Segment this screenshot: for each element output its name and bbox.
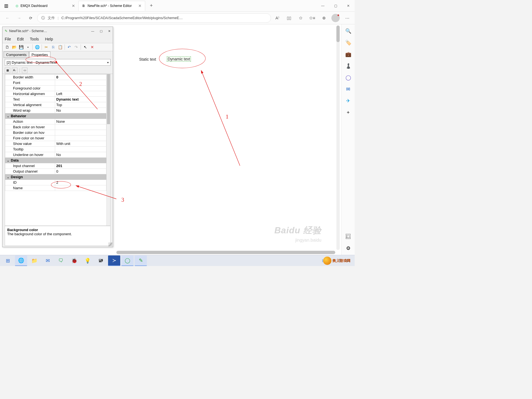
add-icon[interactable]: + (345, 109, 352, 116)
favorites-bar-icon[interactable]: ✩≡ (307, 13, 318, 23)
property-section[interactable]: ⌄Data (5, 158, 106, 163)
property-row[interactable]: Input channel201 (5, 163, 106, 169)
menu-help[interactable]: Help (45, 37, 53, 41)
property-value[interactable]: 0 (55, 75, 106, 80)
app-taskbar-icon[interactable]: 🐞 (68, 255, 80, 266)
games-icon[interactable]: ♟️ (345, 63, 352, 69)
property-value[interactable]: No (55, 152, 106, 158)
property-value[interactable]: Dynamic text (55, 97, 106, 102)
cut-icon[interactable]: ✂ (43, 44, 49, 50)
briefcase-icon[interactable]: 💼 (345, 51, 352, 58)
property-row[interactable]: Vertical alignmentTop (5, 102, 106, 108)
maximize-button[interactable]: ▢ (100, 29, 103, 33)
property-row[interactable]: Font (5, 80, 106, 86)
profile-button[interactable] (330, 13, 341, 23)
property-value[interactable]: Left (55, 91, 106, 97)
categorize-icon[interactable]: ▦ (5, 68, 10, 73)
scheme-editor-taskbar-icon[interactable]: ✎ (135, 255, 147, 266)
start-button[interactable]: ⊞ (2, 255, 14, 266)
vscode-taskbar-icon[interactable]: ◯ (121, 255, 134, 266)
property-value[interactable]: None (55, 119, 106, 124)
device-taskbar-icon[interactable]: 🖳 (95, 255, 107, 266)
menu-file[interactable]: File (5, 37, 11, 41)
powershell-taskbar-icon[interactable]: ≻ (108, 255, 120, 266)
property-value[interactable]: No (55, 108, 106, 113)
component-selector[interactable]: [2] Dynamic text - DynamicText ▾ (5, 59, 111, 66)
tab-components[interactable]: Components (4, 52, 29, 58)
property-row[interactable]: Border color on hov (5, 130, 106, 135)
property-row[interactable]: Horizontal alignmenLeft (5, 91, 106, 97)
property-row[interactable]: Underline on hoverNo (5, 152, 106, 158)
copy-icon[interactable]: ⎘ (50, 44, 56, 50)
property-row[interactable]: Border width0 (5, 75, 106, 80)
back-button[interactable]: ← (2, 13, 13, 23)
minimize-button[interactable]: — (316, 0, 329, 12)
maximize-button[interactable]: ▢ (329, 0, 342, 12)
property-row[interactable]: Fore color on hover (5, 135, 106, 141)
paste-icon[interactable]: 📋 (57, 44, 63, 50)
pointer-icon[interactable]: ↖ (82, 44, 88, 50)
minimize-button[interactable]: — (91, 29, 94, 33)
open-file-icon[interactable]: 📂 (11, 44, 17, 50)
property-value[interactable] (55, 124, 106, 130)
browser-tab-scheme[interactable]: 🗎 NewFile.sch* - Scheme Editor ✕ (79, 1, 145, 11)
property-pages-icon[interactable]: ▭ (22, 68, 27, 73)
read-aloud-icon[interactable]: A⁾ (272, 13, 283, 23)
new-tab-button[interactable]: + (147, 2, 155, 10)
delete-icon[interactable]: ✕ (89, 44, 95, 50)
settings-icon[interactable]: ⚙ (345, 245, 352, 252)
split-screen-icon[interactable]: ▯▯ (284, 13, 294, 23)
more-icon[interactable]: ⋯ (342, 13, 352, 23)
property-value[interactable]: 0 (55, 169, 106, 174)
m365-icon[interactable]: ◯ (345, 74, 352, 81)
menu-edit[interactable]: Edit (17, 37, 24, 41)
property-row[interactable]: Tooltip (5, 147, 106, 152)
property-value[interactable] (55, 147, 106, 152)
property-row[interactable]: Output channel0 (5, 169, 106, 174)
wechat-taskbar-icon[interactable]: 🗨 (55, 255, 67, 266)
menu-tools[interactable]: Tools (30, 37, 39, 41)
resize-grip-icon[interactable] (108, 242, 112, 246)
grid-scrollbar[interactable] (106, 74, 110, 226)
browser-tab-emqx[interactable]: ◎ EMQX Dashboard ✕ (12, 1, 79, 11)
tag-icon[interactable]: 🏷️ (345, 39, 352, 46)
save-dropdown-icon[interactable]: ▾ (25, 44, 31, 50)
new-file-icon[interactable]: 🗋 (4, 44, 10, 50)
outlook-icon[interactable]: ✉ (345, 86, 352, 93)
edge-taskbar-icon[interactable]: 🌐 (15, 255, 27, 266)
property-value[interactable]: With unit (55, 141, 106, 147)
alphabetical-icon[interactable]: A↓ (12, 68, 17, 73)
close-icon[interactable]: ✕ (138, 4, 142, 8)
search-icon[interactable]: 🔍 (345, 28, 352, 34)
horizontal-scrollbar[interactable] (116, 251, 335, 254)
refresh-button[interactable]: ⟳ (25, 13, 36, 23)
property-row[interactable]: Word wrapNo (5, 108, 106, 113)
save-icon[interactable]: 💾 (18, 44, 24, 50)
explorer-taskbar-icon[interactable]: 📁 (28, 255, 40, 266)
property-row[interactable]: Back color on hover (5, 124, 106, 130)
property-row[interactable]: TextDynamic text (5, 97, 106, 102)
close-button[interactable]: ✕ (108, 29, 111, 33)
favorite-icon[interactable]: ✩ (295, 13, 306, 23)
screenshot-icon[interactable]: ⿴ (345, 233, 352, 240)
vertical-scrollbar[interactable] (336, 25, 340, 250)
telegram-icon[interactable]: ✈ (345, 98, 352, 104)
mail-taskbar-icon[interactable]: ✉ (42, 255, 54, 266)
tips-taskbar-icon[interactable]: 💡 (81, 255, 94, 266)
title-bar[interactable]: ✎ NewFile.sch* - Scheme… — ▢ ✕ (2, 27, 113, 35)
property-row[interactable]: Show valueWith unit (5, 141, 106, 147)
globe-icon[interactable]: 🌐 (34, 44, 40, 50)
static-text-element[interactable]: Static text (139, 57, 156, 62)
property-value[interactable] (55, 135, 106, 141)
property-value[interactable]: 201 (55, 163, 106, 169)
property-value[interactable] (55, 130, 106, 135)
property-section[interactable]: ⌄Design (5, 174, 106, 180)
close-icon[interactable]: ✕ (72, 4, 75, 8)
property-value[interactable]: Top (55, 102, 106, 108)
tab-actions-icon[interactable]: ▥ (1, 1, 11, 11)
property-row[interactable]: Foreground color (5, 86, 106, 91)
undo-icon[interactable]: ↶ (66, 44, 72, 50)
redo-icon[interactable]: ↷ (73, 44, 79, 50)
collections-icon[interactable]: ⊕ (319, 13, 329, 23)
property-grid[interactable]: Border width0FontForeground colorHorizon… (5, 74, 111, 226)
